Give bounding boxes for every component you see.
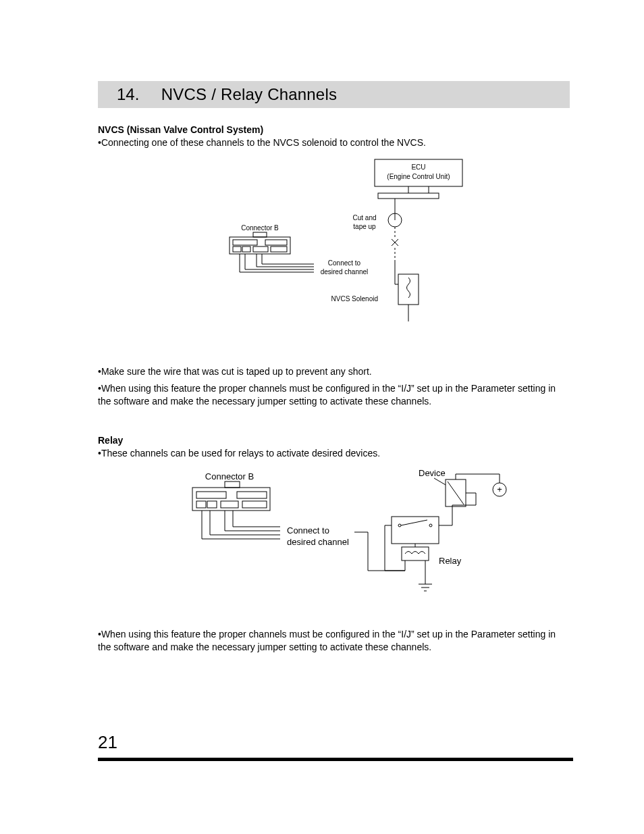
- svg-line-67: [448, 481, 464, 504]
- connect-to-label-2: desired channel: [320, 268, 368, 276]
- nvcs-diagram: ECU (Engine Control Unit) Cut and tape u…: [98, 156, 570, 338]
- nvcs-heading: NVCS (Nissan Valve Control System): [98, 124, 570, 135]
- svg-rect-17: [265, 240, 287, 245]
- cut-tape-label-1: Cut and: [352, 214, 376, 221]
- svg-rect-16: [233, 240, 257, 245]
- svg-rect-10: [398, 274, 419, 305]
- connector-b-label: Connector B: [241, 224, 279, 232]
- relay-wiring-svg: Connector B Co: [145, 466, 523, 601]
- cut-tape-label-2: tape up: [353, 223, 376, 230]
- svg-rect-35: [207, 501, 217, 508]
- nvcs-para-1: •Connecting one of these channels to the…: [98, 136, 570, 149]
- svg-rect-18: [233, 246, 241, 252]
- footer-rule: [98, 758, 573, 761]
- relay-connect-to-2: desired channel: [287, 537, 349, 547]
- svg-point-48: [429, 524, 432, 527]
- svg-rect-50: [402, 547, 429, 561]
- relay-para-1: •These channels can be used for relays t…: [98, 447, 570, 460]
- nvcs-para-2: •Make sure the wire that was cut is tape…: [98, 365, 570, 378]
- page-container: 14. NVCS / Relay Channels NVCS (Nissan V…: [0, 0, 644, 834]
- connect-to-label-1: Connect to: [327, 259, 360, 267]
- ecu-label-2: (Engine Control Unit): [387, 173, 450, 180]
- svg-rect-31: [225, 481, 240, 488]
- relay-para-2: •When using this feature the proper chan…: [98, 628, 570, 654]
- nvcs-para-3: •When using this feature the proper chan…: [98, 382, 570, 408]
- ecu-label-1: ECU: [411, 163, 425, 171]
- svg-rect-15: [253, 232, 267, 237]
- svg-rect-1: [378, 193, 439, 199]
- svg-rect-36: [221, 501, 238, 508]
- page-number: 21: [98, 732, 117, 753]
- svg-rect-37: [242, 501, 267, 508]
- svg-line-74: [434, 478, 446, 485]
- nvcs-solenoid-label: NVCS Solenoid: [331, 295, 377, 303]
- nvcs-wiring-svg: ECU (Engine Control Unit) Cut and tape u…: [192, 156, 476, 338]
- section-number: 14.: [117, 85, 139, 104]
- svg-rect-33: [237, 492, 267, 498]
- svg-rect-21: [271, 246, 287, 252]
- svg-rect-34: [196, 501, 206, 508]
- svg-rect-30: [192, 488, 270, 511]
- device-label: Device: [419, 468, 446, 478]
- svg-rect-32: [196, 492, 226, 498]
- svg-rect-20: [253, 246, 268, 252]
- section-header: 14. NVCS / Relay Channels: [98, 81, 570, 108]
- relay-diagram: Connector B Co: [98, 466, 570, 601]
- svg-rect-19: [242, 246, 250, 252]
- svg-rect-46: [392, 517, 439, 544]
- relay-connector-b-label: Connector B: [205, 471, 253, 481]
- section-title: NVCS / Relay Channels: [161, 85, 337, 103]
- relay-coil-label: Relay: [439, 556, 462, 566]
- relay-connect-to-1: Connect to: [287, 525, 329, 536]
- relay-heading: Relay: [98, 435, 570, 446]
- plus-terminal: +: [497, 484, 502, 494]
- svg-point-47: [398, 524, 401, 527]
- svg-line-49: [401, 520, 427, 525]
